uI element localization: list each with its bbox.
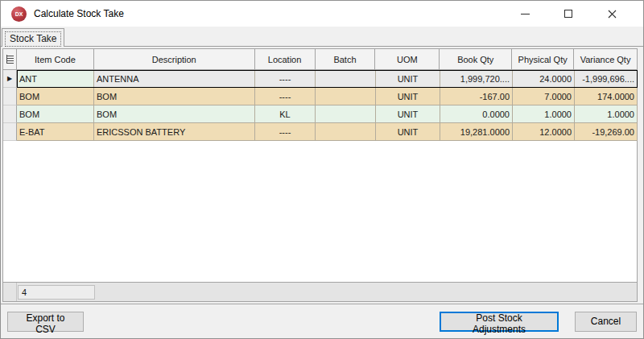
grid-cell-variance-qty[interactable]: 174.0000 [575, 88, 638, 105]
grid-cell-physical-qty[interactable]: 1.0000 [513, 105, 575, 123]
grid-cell-location[interactable]: ---- [255, 123, 316, 141]
tab-stock-take-label: Stock Take [5, 31, 61, 47]
grid-cell-item-code[interactable]: BOM [17, 105, 94, 123]
maximize-button[interactable] [556, 1, 580, 27]
grid-cell-book-qty[interactable]: -167.00 [440, 88, 513, 105]
grid-cell-location[interactable]: ---- [255, 70, 316, 88]
grid-cell-uom[interactable]: UNIT [376, 70, 440, 88]
grid-empty-area [3, 141, 637, 282]
dialog-button-bar: Export to CSV Post Stock Adjustments Can… [1, 304, 643, 338]
grid-cell-description[interactable]: BOM [94, 105, 255, 123]
grid-cell-description[interactable]: ANTENNA [94, 70, 255, 88]
tab-stock-take[interactable]: Stock Take [2, 28, 64, 47]
window-title: Calculate Stock Take [34, 8, 124, 19]
column-header-book-qty[interactable]: Book Qty [440, 49, 512, 69]
grid-cell-book-qty[interactable]: 0.0000 [440, 105, 513, 123]
grid-cell-item-code[interactable]: BOM [17, 88, 94, 105]
record-count-cell: 4 [18, 285, 95, 300]
table-row: BOMBOM----UNIT-167.007.0000174.0000 [3, 88, 637, 105]
grid-cell-book-qty[interactable]: 1,999,720.... [440, 70, 513, 88]
tab-strip: Stock Take [1, 27, 643, 47]
grid-header-row: Item CodeDescriptionLocationBatchUOMBook… [3, 49, 637, 70]
grid-cell-physical-qty[interactable]: 7.0000 [513, 88, 575, 105]
grid-cell-book-qty[interactable]: 19,281.0000 [440, 123, 513, 141]
grid-cell-location[interactable]: KL [255, 105, 316, 123]
export-to-csv-button[interactable]: Export to CSV [7, 312, 84, 332]
column-header-batch[interactable]: Batch [316, 49, 376, 69]
grid-cell-uom[interactable]: UNIT [376, 88, 440, 105]
row-cells: ANTANTENNA----UNIT1,999,720....24.0000-1… [17, 70, 638, 88]
stock-take-tab-page: Item CodeDescriptionLocationBatchUOMBook… [1, 47, 643, 304]
grid-footer: 4 [3, 282, 637, 301]
column-header-location[interactable]: Location [255, 49, 316, 69]
title-bar: DX Calculate Stock Take [1, 1, 643, 27]
stock-take-grid: Item CodeDescriptionLocationBatchUOMBook… [2, 48, 638, 302]
table-row: ▶ANTANTENNA----UNIT1,999,720....24.0000-… [3, 70, 637, 88]
column-header-description[interactable]: Description [94, 49, 255, 69]
row-indicator[interactable] [3, 88, 17, 105]
table-row: E-BATERICSSON BATTERY----UNIT19,281.0000… [3, 123, 637, 141]
grid-cell-batch[interactable] [316, 105, 376, 123]
grid-cell-variance-qty[interactable]: -19,269.00 [575, 123, 638, 141]
column-header-uom[interactable]: UOM [375, 49, 440, 69]
grid-cell-location[interactable]: ---- [255, 88, 316, 105]
grid-cell-physical-qty[interactable]: 12.0000 [513, 123, 575, 141]
grid-cell-item-code[interactable]: E-BAT [17, 123, 94, 141]
grid-cell-uom[interactable]: UNIT [376, 123, 440, 141]
grid-cell-description[interactable]: BOM [94, 88, 255, 105]
close-button[interactable] [600, 1, 624, 27]
maximize-icon [564, 10, 572, 18]
table-row: BOMBOMKLUNIT0.00001.00001.0000 [3, 105, 637, 123]
column-header-variance-qty[interactable]: Variance Qty [574, 49, 637, 69]
grid-cell-item-code[interactable]: ANT [17, 70, 94, 88]
row-indicator[interactable] [3, 105, 17, 123]
grid-rows: ▶ANTANTENNA----UNIT1,999,720....24.0000-… [3, 70, 637, 141]
close-icon [608, 10, 617, 19]
minimize-icon [521, 14, 530, 14]
grid-cell-uom[interactable]: UNIT [376, 105, 440, 123]
grid-footer-indicator [3, 283, 17, 301]
grid-cell-physical-qty[interactable]: 24.0000 [513, 70, 575, 88]
post-stock-adjustments-button[interactable]: Post Stock Adjustments [440, 312, 559, 332]
focused-row-indicator[interactable]: ▶ [3, 70, 17, 88]
grid-cell-description[interactable]: ERICSSON BATTERY [94, 123, 255, 141]
column-header-physical-qty[interactable]: Physical Qty [512, 49, 574, 69]
grid-cell-variance-qty[interactable]: 1.0000 [575, 105, 638, 123]
grid-indicator-header[interactable] [3, 49, 17, 69]
minimize-button[interactable] [513, 1, 537, 27]
row-cells: BOMBOMKLUNIT0.00001.00001.0000 [17, 105, 638, 123]
app-icon: DX [11, 6, 27, 22]
grid-cell-batch[interactable] [316, 70, 376, 88]
row-indicator[interactable] [3, 123, 17, 141]
grid-cell-variance-qty[interactable]: -1,999,696.... [575, 70, 638, 88]
grid-cell-batch[interactable] [316, 88, 376, 105]
row-cells: E-BATERICSSON BATTERY----UNIT19,281.0000… [17, 123, 638, 141]
window-controls [513, 1, 643, 27]
row-cells: BOMBOM----UNIT-167.007.0000174.0000 [17, 88, 638, 105]
cancel-button[interactable]: Cancel [575, 312, 637, 332]
calculate-stock-take-dialog: DX Calculate Stock Take Stock Take Item … [0, 0, 644, 339]
grid-cell-batch[interactable] [316, 123, 376, 141]
grid-customize-icon [6, 55, 14, 64]
column-header-item-code[interactable]: Item Code [17, 49, 94, 69]
